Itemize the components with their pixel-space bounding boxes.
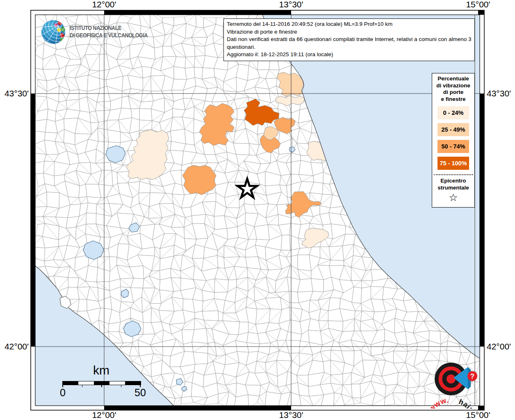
scale-bar: km 0 50 [59, 363, 143, 400]
svg-text:www.: www. [427, 396, 449, 409]
parallel-label-left: 42°00' [5, 342, 29, 352]
meridian-label-top: 12°00' [92, 0, 116, 9]
ingv-globe-icon [41, 19, 66, 45]
meridian-label-top: 13°30' [279, 0, 303, 9]
site-logo-www: www. [427, 396, 449, 409]
meridian-label-bottom: 13°30' [279, 410, 303, 420]
legend-swatch-0-24: 0 - 24% [438, 106, 469, 119]
info-box: Terremoto del 14-11-2016 20:49:52 (ora l… [223, 18, 475, 61]
info-line-updated: Aggiornato il: 18-12-2025 19:11 (ora loc… [227, 51, 472, 59]
parallel-label-right: 43°30' [487, 89, 511, 98]
legend-title: Percentuale di vibrazione di porte e fin… [432, 73, 474, 103]
meridian-label-top: 15°00' [466, 0, 490, 9]
meridian-label-bottom: 12°00' [92, 410, 116, 420]
parallel-label-left: 43°30' [5, 89, 29, 98]
ingv-wordmark: ISTITUTO NAZIONALE DI GEOFISICA E VULCAN… [70, 25, 148, 39]
ingv-logo: ISTITUTO NAZIONALE DI GEOFISICA E VULCAN… [41, 19, 148, 45]
parallel-label-right: 42°00' [487, 342, 511, 352]
info-line-effect: Vibrazione di porte e finestre [227, 28, 472, 36]
info-line-source: Dati non verificati estratti da 66 quest… [227, 36, 472, 51]
legend-swatch-75-100: 75 - 100% [438, 157, 469, 170]
info-line-event: Terremoto del 14-11-2016 20:49:52 (ora l… [227, 21, 472, 28]
star-outline-icon: ☆ [432, 191, 474, 203]
map-layers [32, 11, 483, 409]
svg-text:?: ? [470, 372, 474, 380]
legend-epicenter-label: Epicentro strumentale [432, 175, 474, 191]
scale-start-label: 0 [60, 387, 66, 399]
legend-swatch-50-74: 50 - 74% [438, 140, 469, 153]
legend-swatch-25-49: 25 - 49% [438, 123, 469, 136]
page: { "info_box": { "lines": [ "Terremoto de… [0, 0, 515, 420]
site-logo: ? haisentitoilterremoto.it www. [424, 349, 481, 409]
meridian-label-bottom: 15°00' [466, 410, 490, 420]
scale-unit-label: km [59, 363, 143, 377]
scale-end-label: 50 [134, 387, 146, 399]
legend: Percentuale di vibrazione di porte e fin… [432, 73, 475, 208]
